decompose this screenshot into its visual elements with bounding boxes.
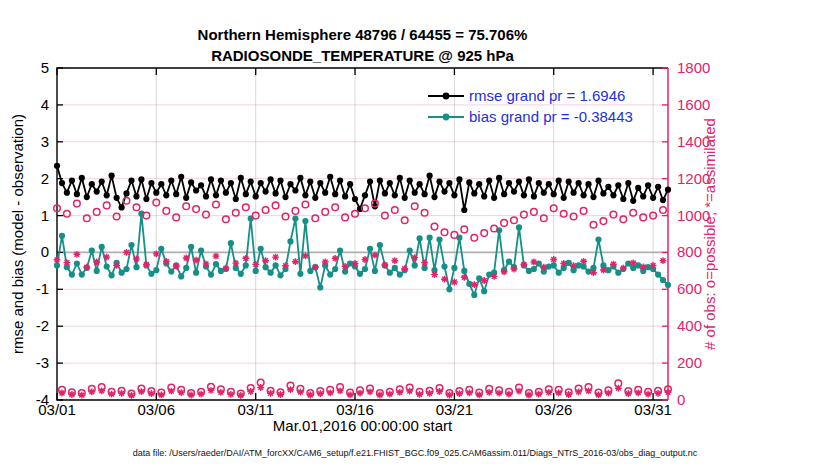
x-axis-label: Mar.01,2016 00:00:00 start: [57, 417, 668, 434]
legend-row-rmse: rmse grand pr = 1.6946: [427, 85, 633, 106]
svg-text:0: 0: [41, 243, 49, 260]
svg-text:800: 800: [677, 243, 702, 260]
series-bias: [54, 211, 671, 298]
svg-text:1600: 1600: [677, 96, 710, 113]
svg-text:5: 5: [41, 59, 49, 76]
svg-text:03/31: 03/31: [634, 401, 672, 418]
legend: rmse grand pr = 1.6946 bias grand pr = -…: [427, 85, 633, 127]
svg-text:03/06: 03/06: [138, 401, 176, 418]
svg-text:03/11: 03/11: [237, 401, 273, 418]
svg-text:200: 200: [677, 354, 702, 371]
legend-label-bias: bias grand pr = -0.38443: [469, 108, 633, 125]
legend-marker-rmse-icon: [427, 90, 465, 102]
svg-text:-1: -1: [36, 280, 49, 297]
svg-text:-3: -3: [36, 354, 49, 371]
svg-text:-2: -2: [36, 317, 49, 334]
y-axis-label-right: # of obs: o=possible; *=assimilated: [701, 118, 718, 350]
svg-text:03/26: 03/26: [535, 401, 573, 418]
chart-title: Northern Hemisphere 48796 / 64455 = 75.7…: [57, 24, 668, 66]
figure: 543210-1-2-3-418001600140012001000800600…: [0, 0, 830, 470]
svg-text:0: 0: [677, 391, 685, 408]
legend-marker-bias-icon: [427, 111, 465, 123]
legend-row-bias: bias grand pr = -0.38443: [427, 106, 633, 127]
legend-label-rmse: rmse grand pr = 1.6946: [469, 87, 625, 104]
chart-title-line1: Northern Hemisphere 48796 / 64455 = 75.7…: [57, 24, 668, 45]
svg-text:400: 400: [677, 317, 702, 334]
svg-text:1800: 1800: [677, 59, 710, 76]
svg-text:03/01: 03/01: [38, 401, 76, 418]
series-possible: [54, 198, 672, 397]
svg-text:03/16: 03/16: [336, 401, 374, 418]
y-axis-label-left: rmse and bias (model - observation): [9, 114, 26, 354]
svg-text:4: 4: [41, 96, 49, 113]
svg-text:03/21: 03/21: [436, 401, 474, 418]
svg-text:1: 1: [41, 207, 49, 224]
svg-text:600: 600: [677, 280, 702, 297]
svg-text:2: 2: [41, 170, 49, 187]
chart-title-line2: RADIOSONDE_TEMPERATURE @ 925 hPa: [57, 45, 668, 66]
datafile-path: data file: /Users/raeder/DAI/ATM_forcXX/…: [0, 448, 830, 458]
svg-text:3: 3: [41, 133, 49, 150]
